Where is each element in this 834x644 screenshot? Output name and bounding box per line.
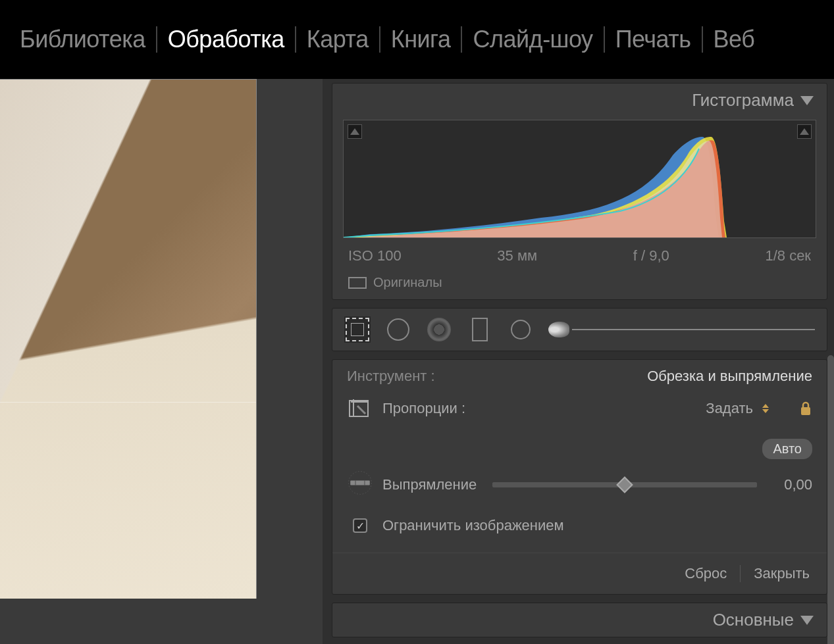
tab-develop[interactable]: Обработка [168,26,284,53]
tab-print[interactable]: Печать [615,26,691,53]
crop-tool-button[interactable] [344,316,371,343]
rectangle-icon [348,277,367,289]
right-panel: Гистограмма ISO 100 35 мм f / 9,0 1/8 се [323,79,834,644]
originals-row[interactable]: Оригиналы [332,270,827,299]
straighten-slider[interactable] [492,482,757,487]
level-icon[interactable] [347,470,373,500]
eye-icon [427,318,451,341]
chevron-down-icon[interactable] [800,96,814,105]
separator [461,26,462,53]
tab-map[interactable]: Карта [307,26,369,53]
separator [156,26,157,53]
spot-removal-button[interactable] [385,316,411,343]
adjustment-brush-button[interactable] [548,322,815,337]
highlight-clip-button[interactable] [797,124,812,139]
histogram-display[interactable] [343,120,816,238]
histogram-curves [344,136,739,237]
toolstrip-panel [332,308,827,351]
circle-icon [387,318,409,341]
constrain-checkbox[interactable]: ✓ [353,518,367,533]
graduated-filter-button[interactable] [467,316,493,343]
tool-label: Инструмент : [347,368,435,385]
module-tabs: Библиотека Обработка Карта Книга Слайд-ш… [0,0,834,79]
exif-focal-length: 35 мм [497,247,537,264]
separator [295,26,296,53]
updown-arrows-icon[interactable] [762,404,771,413]
exif-aperture: f / 9,0 [633,247,669,264]
crop-tool-panel: Инструмент : Обрезка и выпрямление Пропо… [332,359,827,595]
image-preview-area[interactable] [0,79,323,644]
panel-scrollbar[interactable] [827,355,834,644]
straighten-row: Выпрямление 0,00 [347,470,812,500]
constrain-label: Ограничить изображением [382,517,564,534]
svg-rect-3 [350,481,370,485]
red-eye-tool-button[interactable] [426,316,452,343]
aspect-ratio-icon[interactable] [348,397,372,420]
chevron-down-icon[interactable] [800,616,814,625]
panel-actions: Сброс Закрыть [332,553,827,594]
aspect-label: Пропорции : [382,400,465,417]
basic-panel: Основные [332,603,827,637]
reset-button[interactable]: Сброс [685,565,727,582]
separator [379,26,380,53]
straighten-value[interactable]: 0,00 [773,476,812,493]
close-button[interactable]: Закрыть [754,565,810,582]
crop-icon [346,318,369,341]
originals-label: Оригиналы [373,275,442,290]
separator [702,26,703,53]
crop-guide-line [0,402,256,403]
tab-web[interactable]: Веб [714,26,755,53]
separator [740,565,741,582]
exif-info: ISO 100 35 мм f / 9,0 1/8 сек [332,241,827,270]
auto-button[interactable]: Авто [762,439,812,459]
gradient-icon [472,318,488,341]
basic-panel-title: Основные [713,610,794,630]
circle-icon [511,320,531,339]
slider-thumb[interactable] [616,476,633,493]
tab-library[interactable]: Библиотека [20,26,145,53]
histogram-panel: Гистограмма ISO 100 35 мм f / 9,0 1/8 се [332,83,827,300]
check-icon: ✓ [356,520,365,532]
triangle-up-icon [800,128,809,135]
straighten-label: Выпрямление [382,476,477,493]
triangle-up-icon [350,128,359,135]
constrain-row: ✓ Ограничить изображением [347,517,812,534]
radial-filter-button[interactable] [508,316,534,343]
tab-book[interactable]: Книга [391,26,451,53]
histogram-title: Гистограмма [692,90,794,111]
aspect-row: Пропорции : Задать [347,397,812,420]
exif-iso: ISO 100 [348,247,402,264]
exif-shutter: 1/8 сек [765,247,811,264]
svg-rect-1 [801,407,810,415]
photo-preview[interactable] [0,79,257,599]
separator [604,26,605,53]
lock-aspect-button[interactable] [799,401,812,416]
tab-slideshow[interactable]: Слайд-шоу [473,26,592,53]
tool-name: Обрезка и выпрямление [647,368,812,385]
brush-icon [548,322,569,337]
aspect-dropdown[interactable]: Задать [706,400,753,417]
brush-slider[interactable] [572,329,815,330]
